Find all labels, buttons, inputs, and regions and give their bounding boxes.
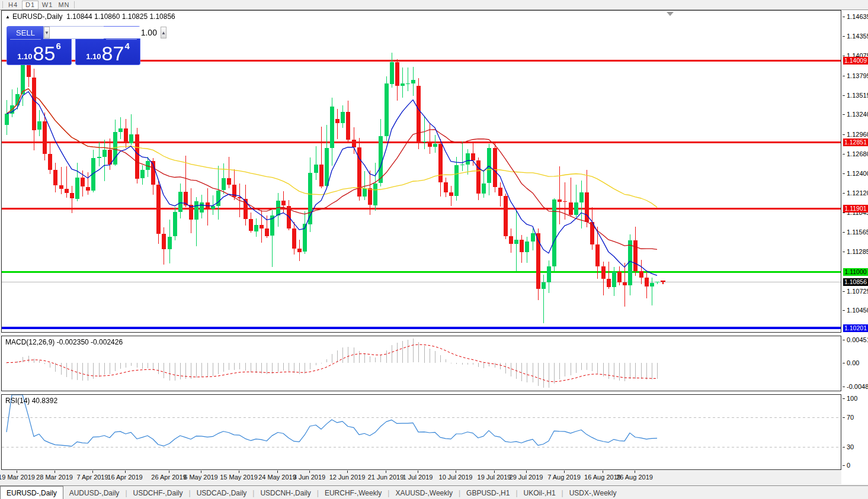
price-tick-label: 1.12680 (843, 150, 868, 158)
chart-tab-ukoilh1[interactable]: UKOil-,H1 (518, 487, 562, 499)
buy-price-pip: 4 (124, 41, 129, 51)
hline-price-badge: 1.10201 (843, 324, 868, 332)
chart-tab-bar: EURUSD-,DailyAUDUSD-,Daily|USDCHF-,Daily… (0, 485, 868, 499)
chart-window: ▲EURUSD-,Daily 1.10844 1.10860 1.10825 1… (1, 10, 868, 484)
chart-tab-usdcaddaily[interactable]: USDCAD-,Daily (191, 487, 253, 499)
volume-spinner: ▼ ▲ (43, 26, 104, 39)
time-tick (309, 471, 310, 473)
chart-shift-marker[interactable] (667, 12, 674, 16)
time-tick-label: 28 Mar 2019 (36, 474, 73, 481)
rsi-tick-label: 70 (843, 414, 854, 421)
time-tick-label: 26 Aug 2019 (616, 474, 653, 481)
sell-button[interactable]: SELL (10, 28, 41, 40)
volume-increase-button[interactable]: ▲ (161, 27, 166, 38)
time-tick (17, 471, 17, 473)
price-tick-label: 1.12120 (843, 189, 868, 197)
chart-tab-eurchfweekly[interactable]: EURCHF-,Weekly (319, 487, 387, 499)
time-tick (125, 471, 126, 473)
chart-tab-usdchfdaily[interactable]: USDCHF-,Daily (127, 487, 189, 499)
time-tick (386, 471, 386, 473)
time-tick (603, 471, 603, 473)
rsi-canvas[interactable] (2, 395, 841, 469)
volume-decrease-button[interactable]: ▼ (44, 27, 50, 38)
chart-tab-gbpusdh1[interactable]: GBPUSD-,H1 (460, 487, 515, 499)
macd-title: MACD(12,26,9) -0.002350 -0.002426 (5, 338, 123, 346)
time-tick (494, 471, 495, 473)
time-tick-label: 7 Aug 2019 (547, 474, 581, 481)
chart-tab-usdcnhdaily[interactable]: USDCNH-,Daily (254, 487, 316, 499)
chart-tab-audusddaily[interactable]: AUDUSD-,Daily (63, 487, 126, 499)
sell-price: 1.10 85 6 (7, 40, 71, 63)
time-tick-label: 15 May 2019 (220, 474, 258, 481)
price-tick-label: 1.12960 (843, 131, 868, 139)
main-chart-panel: ▲EURUSD-,Daily 1.10844 1.10860 1.10825 1… (1, 10, 841, 333)
time-tick (635, 471, 635, 473)
time-tick-label: 16 Aug 2019 (584, 474, 621, 481)
time-tick-label: 6 May 2019 (184, 474, 217, 481)
price-tick-label: 1.13240 (843, 111, 868, 118)
time-tick (239, 471, 239, 473)
rsi-tick-label: 30 (843, 443, 854, 451)
timeframe-toolbar: H4D1W1MN (0, 0, 868, 10)
volume-input[interactable] (50, 27, 161, 38)
chart-ohlc-values: 1.10844 1.10860 1.10825 1.10856 (66, 12, 175, 21)
macd-canvas[interactable] (2, 336, 841, 391)
rsi-tick-label: 100 (843, 395, 857, 403)
objects-collapse-icon[interactable]: ▲ (5, 14, 10, 20)
chart-tab-eurusddaily[interactable]: EURUSD-,Daily (0, 486, 63, 499)
buy-price-big: 87 (102, 43, 124, 63)
time-tick (418, 471, 418, 473)
macd-tick-label: 0.004517 (843, 336, 868, 344)
chart-tab-usdxweekly[interactable]: USDX-,Weekly (563, 487, 623, 499)
timeframe-button-h4[interactable]: H4 (5, 1, 21, 9)
time-tick-label: 12 Jun 2019 (329, 474, 366, 481)
toolbar-divider (74, 1, 75, 8)
time-tick (201, 471, 201, 473)
time-tick (456, 471, 456, 473)
time-tick-label: 21 Jun 2019 (368, 474, 404, 481)
current-price-badge: 1.10856 (843, 278, 868, 286)
rsi-title: RSI(14) 40.8392 (5, 397, 57, 405)
spin-up-icon: ▲ (161, 30, 166, 36)
price-tick-label: 1.11285 (843, 248, 868, 256)
price-tick-label: 1.10450 (843, 307, 868, 314)
time-tick (564, 471, 565, 473)
timeframe-button-d1[interactable]: D1 (22, 1, 39, 9)
time-tick (169, 471, 169, 473)
chart-header: ▲EURUSD-,Daily 1.10844 1.10860 1.10825 1… (5, 12, 175, 21)
time-tick-label: 16 Apr 2019 (107, 474, 142, 481)
price-tick-label: 1.10725 (843, 288, 868, 295)
time-tick-label: 26 Apr 2019 (151, 474, 186, 481)
price-tick-label: 1.13515 (843, 92, 868, 99)
time-tick-label: 1 Jul 2019 (403, 474, 433, 481)
time-tick (92, 471, 93, 473)
timeframe-button-w1[interactable]: W1 (40, 1, 55, 9)
time-tick-label: 10 Jul 2019 (439, 474, 473, 481)
time-tick (526, 471, 527, 473)
price-tick-label: 1.12400 (843, 170, 868, 178)
hline-price-badge: 1.14009 (843, 57, 868, 65)
buy-price: 1.10 87 4 (76, 40, 140, 63)
hline-price-badge: 1.11000 (843, 268, 868, 276)
sell-price-pip: 6 (56, 41, 60, 51)
time-tick-label: 24 May 2019 (258, 474, 296, 481)
macd-tick-label: -0.004806 (843, 383, 868, 391)
toolbar-divider (2, 1, 3, 8)
sell-price-big: 85 (33, 43, 56, 63)
price-tick-label: 1.14355 (843, 33, 868, 40)
macd-tick-label: 0.00 (843, 359, 859, 367)
time-axis[interactable]: 19 Mar 201928 Mar 20197 Apr 201916 Apr 2… (1, 471, 841, 484)
price-tick-label: 1.14635 (843, 13, 868, 21)
mt4-terminal: { "toolbar": { "timeframes": [ {"label":… (0, 0, 868, 499)
price-axis[interactable]: 1.146351.143551.140751.137951.135151.132… (843, 10, 868, 484)
price-tick-label: 1.11565 (843, 228, 868, 236)
buy-price-prefix: 1.10 (86, 52, 101, 61)
time-tick-label: 19 Mar 2019 (0, 474, 35, 481)
timeframe-button-mn[interactable]: MN (56, 1, 72, 9)
chart-tab-xauusdweekly[interactable]: XAUUSD-,Weekly (389, 487, 458, 499)
price-tick-label: 1.13795 (843, 72, 868, 80)
time-tick (55, 471, 55, 473)
sell-price-prefix: 1.10 (17, 52, 32, 61)
chart-symbol-label: EURUSD-,Daily (12, 12, 63, 21)
spin-down-icon: ▼ (44, 30, 49, 36)
